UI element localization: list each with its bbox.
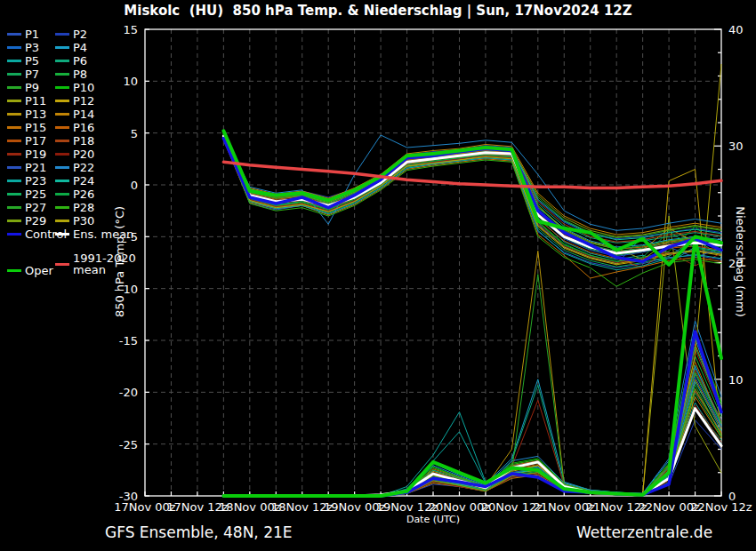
legend-item-p16: P16 [55,122,94,133]
legend-item-p12-label: P12 [73,95,94,107]
series-p27-precip [223,275,721,496]
legend-item-ens-mean-swatch [55,233,69,236]
legend-item-p12-swatch [55,100,69,102]
legend-item-p7-swatch [7,73,21,76]
legend-item-p29-swatch [7,220,21,222]
legend-item-p20: P20 [55,148,94,160]
legend-item-oper-swatch [7,269,21,273]
legend-item-p6: P6 [55,55,87,67]
legend-item-p17-label: P17 [25,135,46,147]
series-control-precip [223,331,721,496]
legend-item-p11-label: P11 [25,95,46,107]
series-p28-precip [223,335,721,496]
legend-item-p16-label: P16 [73,122,94,133]
legend-item-p27: P27 [7,202,46,213]
legend-item-p22: P22 [55,162,94,173]
series-p13-precip [223,251,721,496]
legend-item-p25: P25 [7,188,46,200]
legend-item-p28-label: P28 [73,202,94,213]
legend-item-p24: P24 [55,175,94,187]
axis-tick-label: 40 [728,23,744,36]
legend-item-p6-swatch [55,60,69,62]
legend-item-p20-label: P20 [73,148,94,160]
legend-item-p14-label: P14 [73,108,94,120]
axis-tick-label: -20 [119,386,138,399]
axis-tick-label: 10 [123,75,138,88]
model-location-label: GFS Ensemble, 48N, 21E [105,523,293,541]
legend-item-p12: P12 [55,95,94,107]
legend-item-p19: P19 [7,148,46,160]
legend-item-p20-swatch [55,153,69,156]
axis-tick-label: 5 [131,127,138,140]
legend-item-p22-swatch [55,166,69,169]
legend-item-p3-swatch [7,46,21,49]
legend-item-p13-label: P13 [25,108,46,120]
legend-item-oper: Oper [7,265,53,276]
legend-item-p8-swatch [55,73,69,76]
legend-item-p23-swatch [7,180,21,182]
precip-axis-title: Niederschlag (mm) [734,164,747,360]
legend-item-p17-swatch [7,140,21,142]
series-p15-precip [223,362,721,496]
legend-item-p15: P15 [7,122,46,133]
legend-item-p23: P23 [7,175,46,187]
legend-item-p11: P11 [7,95,46,107]
series-p8-precip [223,356,721,497]
legend-item-p14-swatch [55,113,69,116]
legend-item-p29: P29 [7,215,46,227]
axis-tick-label: 15 [123,23,138,36]
legend-item-p7-label: P7 [25,68,39,80]
legend-item-p4: P4 [55,42,87,53]
legend-item-p19-swatch [7,153,21,156]
legend-item-p15-label: P15 [25,122,46,133]
series-p22-precip [223,321,721,496]
legend-item-p10-swatch [55,86,69,89]
legend-item-p23-label: P23 [25,175,46,187]
legend-item-p3-label: P3 [25,42,39,53]
legend-item-p19-label: P19 [25,148,46,160]
site-credit-label: Wetterzentrale.de [576,523,712,541]
legend-item-p1-label: P1 [25,28,39,40]
series-p25-precip [223,347,721,496]
legend-item-p26-swatch [55,193,69,196]
legend-item-p27-label: P27 [25,202,46,213]
legend-item-p21-swatch [7,166,21,169]
legend-item-p11-swatch [7,100,21,102]
legend-item-p30-swatch [55,220,69,222]
series-p16-precip [223,344,721,496]
legend-item-p10-label: P10 [73,82,94,93]
legend-item-p18: P18 [55,135,94,147]
legend-item-p2: P2 [55,28,87,40]
legend-item-p8: P8 [55,68,87,80]
legend-item-p26-label: P26 [73,188,94,200]
legend-item-p10: P10 [55,82,94,93]
legend-item-p1-swatch [7,33,21,36]
legend-item-p9-swatch [7,86,21,89]
ensemble-meteogram-page: Miskolc (HU) 850 hPa Temp. & Niederschla… [0,0,756,551]
axis-tick-label: 0 [131,179,138,192]
legend-item-p21: P21 [7,162,46,173]
legend-item-clim-mean-swatch [55,263,69,266]
legend-item-p5-label: P5 [25,55,39,67]
legend-item-p24-label: P24 [73,175,94,187]
axis-tick-label: 22Nov 12z [690,500,752,514]
legend-item-p16-swatch [55,126,69,129]
legend-item-p17: P17 [7,135,46,147]
legend-item-p8-label: P8 [73,68,87,80]
legend-item-p21-label: P21 [25,162,46,173]
legend-item-control-swatch [7,233,21,236]
axis-tick-label: 10 [728,373,744,387]
legend-item-p6-label: P6 [73,55,87,67]
legend-item-p15-swatch [7,126,21,129]
legend-item-p26: P26 [55,188,94,200]
legend-item-p5: P5 [7,55,39,67]
series-clim-mean-temp [223,162,721,188]
legend-item-p28: P28 [55,202,94,213]
legend-item-p22-label: P22 [73,162,94,173]
legend-item-p1: P1 [7,28,39,40]
legend-item-p13: P13 [7,108,46,120]
temp-axis-title: 850 hPa Temp. (°C) [113,164,126,360]
axis-tick-label: -25 [119,438,138,451]
legend-item-p9-label: P9 [25,82,39,93]
legend-item-p9: P9 [7,82,39,93]
